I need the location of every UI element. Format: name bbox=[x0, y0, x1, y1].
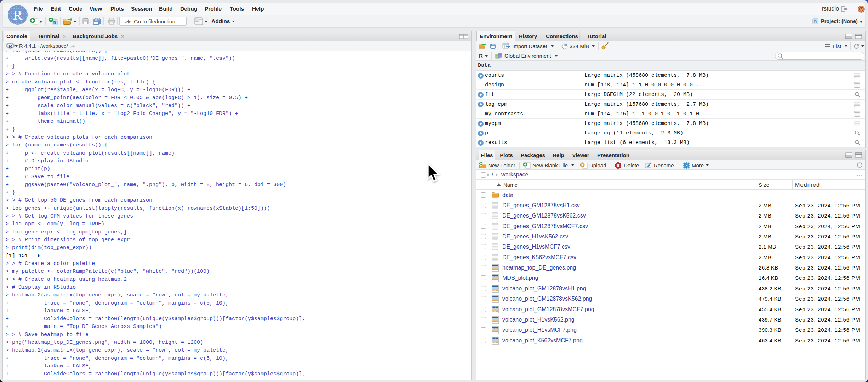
svg-text:R: R bbox=[53, 20, 56, 25]
svg-text:R: R bbox=[814, 19, 817, 24]
svg-text:R: R bbox=[8, 43, 13, 49]
